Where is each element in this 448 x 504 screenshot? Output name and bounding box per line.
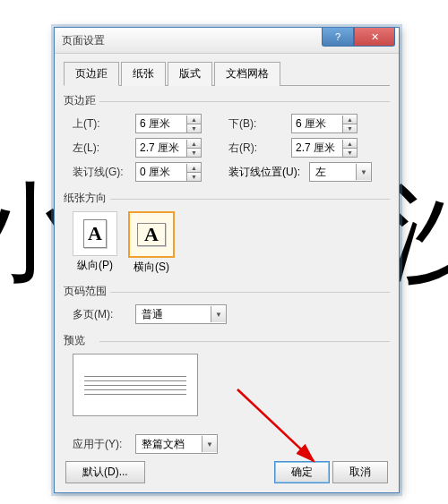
chevron-down-icon[interactable]: ▼ <box>202 436 217 452</box>
gutter-spinner[interactable]: ▲▼ <box>135 162 202 182</box>
bottom-label: 下(B): <box>228 116 291 132</box>
top-input[interactable] <box>136 115 186 132</box>
spin-up-icon[interactable]: ▲ <box>342 115 357 124</box>
apply-value: 整篇文档 <box>136 437 202 452</box>
preview-group-label: 预览 <box>64 333 390 348</box>
left-spinner[interactable]: ▲▼ <box>135 138 202 158</box>
margins-group-label: 页边距 <box>64 93 390 108</box>
spin-down-icon[interactable]: ▼ <box>186 149 201 157</box>
tab-bar: 页边距 纸张 版式 文档网格 <box>64 61 390 86</box>
dialog-title: 页面设置 <box>62 33 322 48</box>
apply-label: 应用于(Y): <box>73 437 135 452</box>
right-label: 右(R): <box>228 141 291 156</box>
spin-up-icon[interactable]: ▲ <box>186 164 201 173</box>
gutter-pos-select[interactable]: 左▼ <box>309 162 372 182</box>
left-input[interactable] <box>136 140 186 156</box>
orientation-group-label: 纸张方向 <box>64 191 390 206</box>
cancel-button[interactable]: 取消 <box>332 461 388 483</box>
preview-line <box>84 376 186 377</box>
multi-select[interactable]: 普通▼ <box>135 304 227 324</box>
preview-line <box>84 394 186 395</box>
page-setup-dialog: 页面设置 ? ✕ 页边距 纸张 版式 文档网格 页边距 上(T): ▲▼ 下(B… <box>54 27 400 493</box>
pages-group-label: 页码范围 <box>64 284 390 299</box>
right-input[interactable] <box>292 140 342 156</box>
spin-down-icon[interactable]: ▼ <box>186 124 201 132</box>
apply-select[interactable]: 整篇文档▼ <box>135 434 218 454</box>
preview-group: 预览 <box>64 333 390 416</box>
titlebar: 页面设置 ? ✕ <box>55 28 399 54</box>
gutter-pos-label: 装订线位置(U): <box>228 165 309 180</box>
portrait-label: 纵向(P) <box>73 258 117 273</box>
gutter-label: 装订线(G): <box>73 165 135 180</box>
preview-line <box>84 380 186 381</box>
left-label: 左(L): <box>73 141 135 156</box>
pages-group: 页码范围 多页(M): 普通▼ <box>64 284 390 324</box>
apply-row: 应用于(Y): 整篇文档▼ <box>64 434 390 454</box>
spin-up-icon[interactable]: ▲ <box>186 115 201 124</box>
gutter-input[interactable] <box>136 164 186 180</box>
orientation-landscape[interactable]: A 横向(S) <box>128 211 175 275</box>
button-row: 默认(D)... 确定 取消 <box>64 461 390 483</box>
tab-paper[interactable]: 纸张 <box>121 62 166 86</box>
chevron-down-icon[interactable]: ▼ <box>211 306 226 322</box>
right-spinner[interactable]: ▲▼ <box>291 138 358 158</box>
preview-box <box>73 354 198 416</box>
tab-margins[interactable]: 页边距 <box>64 62 119 86</box>
ok-button[interactable]: 确定 <box>274 461 330 483</box>
preview-line <box>84 389 186 390</box>
orientation-group: 纸张方向 A 纵向(P) A 横向(S) <box>64 191 390 275</box>
tab-grid[interactable]: 文档网格 <box>214 62 280 86</box>
gutter-pos-value: 左 <box>310 165 356 180</box>
orientation-portrait[interactable]: A 纵向(P) <box>73 211 117 275</box>
spin-up-icon[interactable]: ▲ <box>342 140 357 149</box>
spin-down-icon[interactable]: ▼ <box>186 173 201 181</box>
spin-down-icon[interactable]: ▼ <box>342 149 357 157</box>
multi-value: 普通 <box>136 307 211 322</box>
margins-group: 页边距 上(T): ▲▼ 下(B): ▲▼ 左(L): ▲▼ 右(R): ▲▼ … <box>64 93 390 182</box>
spin-up-icon[interactable]: ▲ <box>186 140 201 149</box>
multi-label: 多页(M): <box>73 307 135 322</box>
chevron-down-icon[interactable]: ▼ <box>356 164 371 180</box>
tab-layout[interactable]: 版式 <box>168 62 212 86</box>
landscape-label: 横向(S) <box>128 260 175 275</box>
bottom-spinner[interactable]: ▲▼ <box>291 114 358 133</box>
help-button[interactable]: ? <box>322 28 354 47</box>
preview-line <box>84 385 186 386</box>
top-spinner[interactable]: ▲▼ <box>135 114 202 133</box>
top-label: 上(T): <box>73 116 135 132</box>
close-button[interactable]: ✕ <box>354 28 395 47</box>
default-button[interactable]: 默认(D)... <box>65 461 145 483</box>
bottom-input[interactable] <box>292 115 342 132</box>
spin-down-icon[interactable]: ▼ <box>342 124 357 132</box>
